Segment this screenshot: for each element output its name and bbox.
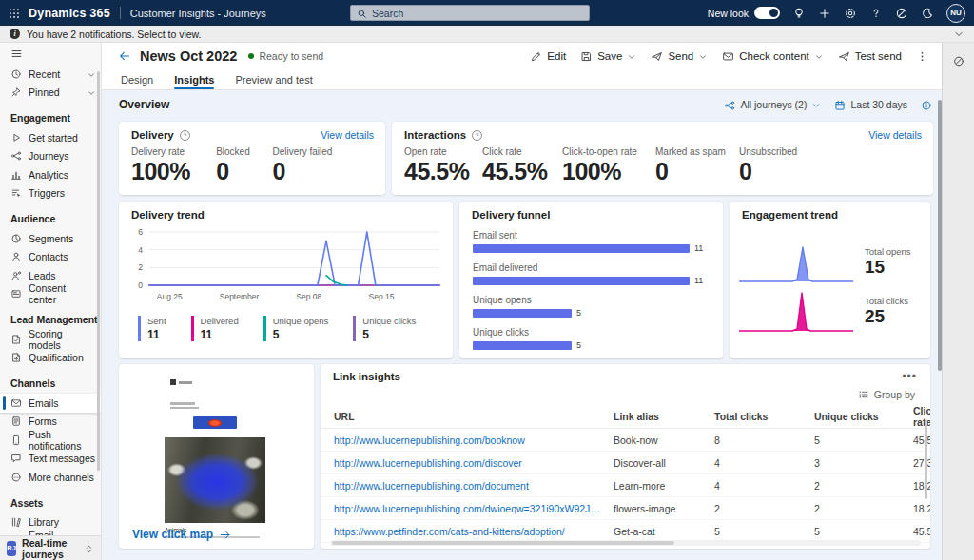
sidebar-item-get-started[interactable]: Get started — [0, 128, 101, 147]
right-pane-toggle-icon[interactable] — [952, 52, 964, 69]
sidebar-item-more-channels[interactable]: More channels — [0, 468, 101, 487]
new-look-toggle-group[interactable]: New look — [708, 7, 780, 19]
notification-bar[interactable]: i You have 2 notifications. Select to vi… — [0, 26, 974, 43]
tab-preview-and-test[interactable]: Preview and test — [235, 69, 312, 89]
journeys-icon — [724, 100, 735, 111]
sidebar-item-analytics[interactable]: Analytics — [0, 165, 101, 184]
sidebar-section-audience: Audience — [0, 203, 101, 229]
waffle-menu-button[interactable] — [0, 0, 29, 26]
link-url[interactable]: http://www.lucernepublishing.com/documen… — [334, 480, 614, 492]
chevron-down-icon — [698, 52, 708, 62]
sidebar-item-consent-center[interactable]: Consent center — [0, 285, 101, 304]
push-icon — [10, 434, 22, 446]
save-button[interactable]: Save — [580, 50, 636, 63]
avatar[interactable]: NU — [946, 4, 965, 23]
tab-design[interactable]: Design — [121, 69, 153, 89]
sidebar-item-emails[interactable]: Emails — [0, 394, 101, 413]
sms-icon — [10, 453, 22, 464]
global-search[interactable] — [350, 5, 590, 21]
table-row[interactable]: http://www.lucernepublishing.com/documen… — [321, 474, 930, 497]
table-row[interactable]: http://www.lucernepublishing.com/booknow… — [321, 429, 930, 452]
sidebar-item-segments[interactable]: Segments — [0, 229, 101, 248]
funnel-bar-email-delivered: Email delivered11 — [459, 262, 723, 285]
tab-insights[interactable]: Insights — [174, 69, 214, 89]
sidebar-item-journeys[interactable]: Journeys — [0, 147, 101, 166]
column-header-link-alias[interactable]: Link alias — [614, 411, 714, 422]
table-row[interactable]: http://www.lucernepublishing.com/dwioeqw… — [321, 497, 930, 520]
link-url[interactable]: https://www.petfinder.com/cats-and-kitte… — [334, 526, 614, 537]
group-by-button[interactable]: Group by — [858, 388, 915, 400]
group-by-icon — [858, 389, 869, 400]
info-icon[interactable] — [921, 98, 932, 110]
table-row[interactable]: http://www.lucernepublishing.com/discove… — [321, 452, 930, 474]
moon-icon[interactable] — [921, 7, 934, 20]
test-send-button[interactable]: Test send — [838, 50, 902, 63]
table-horizontal-scrollbar[interactable] — [330, 540, 921, 546]
person-icon — [10, 251, 22, 262]
link-url[interactable]: http://www.lucernepublishing.com/discove… — [334, 457, 614, 469]
plus-icon[interactable] — [818, 7, 831, 20]
clock-icon — [10, 68, 22, 80]
send-button[interactable]: Send — [651, 50, 708, 63]
help-icon[interactable] — [869, 7, 883, 20]
email-preview-thumbnail[interactable]: Animals — [165, 374, 265, 538]
column-header-click-rate[interactable]: Click rate — [913, 405, 930, 428]
sidebar-item-contacts[interactable]: Contacts — [0, 248, 101, 267]
compose-icon — [895, 7, 908, 20]
sidebar-item-recent[interactable]: Recent — [0, 65, 101, 84]
column-header-unique-clicks[interactable]: Unique clicks — [814, 411, 913, 422]
app-name[interactable]: Customer Insights - Journeys — [130, 8, 266, 19]
hamburger-menu-button[interactable] — [0, 43, 101, 65]
metric-open-rate: Open rate45.5% — [404, 146, 482, 185]
scoring-icon — [10, 334, 22, 345]
link-url[interactable]: http://www.lucernepublishing.com/booknow — [334, 434, 614, 446]
check-content-button[interactable]: Check content — [722, 50, 824, 63]
metric-click-rate: Click rate45.5% — [482, 146, 562, 185]
chevron-down-icon[interactable] — [953, 26, 964, 43]
sidebar-item-text-messages[interactable]: Text messages — [0, 450, 101, 469]
chevron-down-icon — [953, 29, 964, 40]
help-icon[interactable]: ? — [472, 130, 482, 141]
info-icon: i — [10, 29, 20, 39]
delivery-view-details-link[interactable]: View details — [321, 129, 374, 141]
view-click-map-link[interactable]: View click map — [132, 528, 231, 541]
column-header-url[interactable]: URL — [334, 411, 614, 422]
sidebar-section-lead-management: Lead Management — [0, 303, 101, 330]
interactions-view-details-link[interactable]: View details — [868, 129, 922, 141]
sidebar-scrollbar[interactable] — [97, 71, 100, 471]
new-look-toggle[interactable] — [754, 7, 780, 19]
search-input[interactable] — [372, 8, 583, 19]
legend-unique-clicks: Unique clicks5 — [353, 316, 416, 341]
back-arrow-button[interactable] — [118, 49, 131, 63]
compose-icon[interactable] — [895, 7, 908, 20]
more-commands-button[interactable] — [916, 50, 928, 63]
hamburger-icon — [10, 48, 23, 60]
column-header-total-clicks[interactable]: Total clicks — [714, 411, 814, 422]
area-label: Real-time journeys — [22, 537, 78, 560]
sidebar-item-push-notifications[interactable]: Push notifications — [0, 431, 101, 450]
area-switcher[interactable]: RJ Real-time journeys — [0, 535, 101, 560]
lightbulb-icon[interactable] — [792, 7, 806, 20]
more-options-icon[interactable]: ••• — [902, 370, 917, 383]
library-icon — [10, 516, 22, 528]
metric-click-to-open-rate: Click-to-open rate100% — [562, 146, 655, 185]
right-rail — [942, 43, 974, 560]
brand-title[interactable]: Dynamics 365 — [29, 7, 110, 20]
gear-icon[interactable] — [844, 7, 857, 20]
email-heatmap-image — [165, 437, 265, 523]
table-vertical-scrollbar[interactable] — [925, 419, 927, 499]
updown-chevron-icon[interactable] — [84, 540, 94, 557]
sidebar-item-scoring-models[interactable]: Scoring models — [0, 330, 101, 349]
journey-filter-dropdown[interactable]: All journeys (2) — [724, 98, 821, 110]
edit-button[interactable]: Edit — [530, 50, 566, 63]
link-url[interactable]: http://www.lucernepublishing.com/dwioeqw… — [334, 503, 614, 514]
new-look-label: New look — [708, 8, 749, 19]
sidebar-item-qualification[interactable]: Qualification — [0, 349, 101, 368]
sidebar-section-assets: Assets — [0, 487, 101, 513]
main-scrollbar[interactable] — [938, 100, 942, 371]
sidebar-item-triggers[interactable]: Triggers — [0, 184, 101, 203]
date-range-filter[interactable]: Last 30 days — [834, 98, 907, 110]
help-icon[interactable]: ? — [180, 130, 190, 141]
sidebar-item-pinned[interactable]: Pinned — [0, 84, 101, 103]
notification-text: You have 2 notifications. Select to view… — [27, 29, 201, 40]
